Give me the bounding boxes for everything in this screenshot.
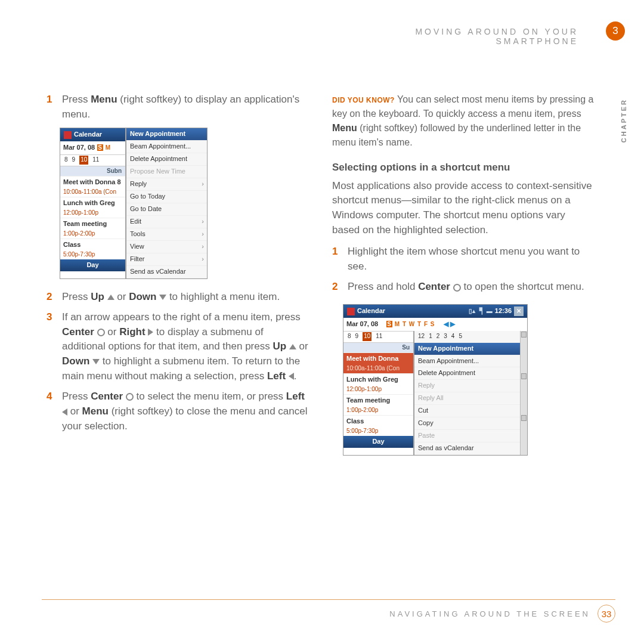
step-1: 1 Press Menu (right softkey) to display … (47, 92, 309, 122)
key-menu: Menu (82, 405, 109, 417)
step-number: 3 (47, 310, 57, 383)
key-left: Left (286, 391, 305, 402)
page-number: 33 (597, 605, 615, 623)
subject-header: Su (343, 343, 413, 353)
dow-row: S M T W T F S (386, 320, 435, 329)
event-row: Class5:00p-7:30p (60, 239, 125, 259)
step-r1: 1 Highlight the item whose shortcut menu… (332, 244, 595, 274)
event-row: Lunch with Greg12:00p-1:00p (343, 373, 413, 394)
clock: 12:36 (495, 306, 512, 316)
running-header: MOVING AROUND ON YOUR SMARTPHONE (340, 27, 578, 46)
menu-item[interactable]: Send as vCalendar (414, 442, 520, 455)
section-heading: Selecting options in a shortcut menu (332, 160, 595, 175)
key-center: Center (62, 326, 94, 338)
menu-item[interactable]: View (126, 241, 207, 253)
menu-item-disabled: Reply (414, 380, 520, 392)
step-body: Press and hold Center to open the shortc… (348, 280, 595, 295)
step-body: Press Menu (right softkey) to display an… (62, 92, 309, 122)
app-title: Calendar (357, 306, 385, 316)
event-row: Team meeting1:00p-2:00p (60, 218, 125, 239)
step-4: 4 Press Center to select the menu item, … (47, 389, 309, 434)
step-number: 4 (47, 389, 57, 434)
key-menu: Menu (332, 123, 357, 133)
center-icon (453, 284, 461, 292)
step-2: 2 Press Up or Down to highlight a menu i… (47, 290, 309, 305)
left-icon (289, 373, 294, 380)
event-row-selected[interactable]: Meet with Donna10:00a-11:00a (Con (343, 352, 413, 373)
key-center: Center (91, 391, 123, 402)
menu-item[interactable]: Cut (414, 405, 520, 417)
menu-item[interactable]: Beam Appointment... (126, 141, 207, 153)
signal-icon: ▯▴ ▝▏▬ (469, 307, 493, 316)
up-icon (107, 295, 114, 300)
step-number: 1 (332, 244, 343, 274)
event-row: Meet with Donna 810:00a-11:00a (Con (60, 176, 125, 197)
menu-item[interactable]: Delete Appointment (126, 153, 207, 166)
step-number: 1 (47, 92, 57, 122)
footer-section: NAVIGATING AROUND THE SCREEN (389, 609, 590, 618)
close-icon[interactable]: ✕ (514, 306, 524, 316)
softkey-day: Day (343, 436, 413, 448)
menu-item[interactable]: Copy (414, 417, 520, 430)
dow-row: S M (97, 144, 111, 153)
key-up: Up (91, 291, 104, 302)
scrollbar[interactable] (520, 331, 527, 455)
key-right: Right (119, 326, 145, 338)
step-number: 2 (47, 290, 57, 305)
event-row: Team meeting1:00p-2:00p (343, 394, 413, 415)
menu-item[interactable]: Reply (126, 178, 207, 191)
start-icon (347, 308, 355, 315)
step-body: If an arrow appears to the right of a me… (62, 310, 309, 383)
date: Mar 07, 08 (63, 143, 95, 153)
key-left: Left (267, 370, 286, 382)
event-row: Lunch with Greg12:00p-1:00p (60, 197, 125, 218)
softkey-day: Day (60, 259, 125, 271)
chapter-badge: 3 (606, 21, 625, 41)
down-icon (159, 295, 166, 300)
menu-item[interactable]: Go to Today (126, 191, 207, 203)
menu-item[interactable]: Delete Appointment (414, 367, 520, 380)
menu-item[interactable]: New Appointment (414, 343, 520, 355)
key-center: Center (418, 281, 450, 292)
tip-box: DID YOU KNOW? You can select most menu i… (332, 92, 595, 150)
menu-item[interactable]: Send as vCalendar (126, 266, 207, 278)
t: Press (62, 94, 91, 105)
menu-item[interactable]: New Appointment (126, 128, 207, 141)
down-icon (92, 359, 100, 364)
menu-item-disabled: Reply All (414, 392, 520, 405)
center-icon (126, 393, 134, 401)
step-body: Press Up or Down to highlight a menu ite… (62, 290, 309, 305)
menu-item-disabled: Paste (414, 430, 520, 442)
app-menu: New Appointment Beam Appointment... Dele… (126, 128, 207, 278)
step-3: 3 If an arrow appears to the right of a … (47, 310, 309, 383)
screenshot-shortcut-menu: Calendar ▯▴ ▝▏▬ 12:36✕ Mar 07, 08 S M T … (343, 304, 528, 456)
chapter-label: CHAPTER (620, 98, 627, 143)
screenshot-calendar-menu: Calendar Mar 07, 08 S M 891011 Subn Meet… (60, 128, 208, 278)
step-body: Press Center to select the menu item, or… (62, 389, 309, 434)
key-down: Down (129, 291, 156, 302)
right-column: DID YOU KNOW? You can select most menu i… (332, 92, 595, 466)
key-menu: Menu (91, 94, 117, 105)
menu-item-disabled: Propose New Time (126, 166, 207, 178)
key-down: Down (62, 355, 89, 367)
body-paragraph: Most applications also provide access to… (332, 179, 595, 238)
left-column: 1 Press Menu (right softkey) to display … (47, 92, 309, 466)
center-icon (97, 329, 105, 336)
menu-item[interactable]: Go to Date (126, 203, 207, 216)
right-icon (148, 329, 153, 336)
subject-header: Subn (60, 166, 125, 177)
shortcut-menu: 1212345 New Appointment Beam Appointment… (414, 331, 520, 455)
date: Mar 07, 08 (346, 320, 378, 329)
start-icon (64, 131, 72, 139)
step-r2: 2 Press and hold Center to open the shor… (332, 280, 595, 295)
menu-item[interactable]: Edit (126, 216, 207, 228)
content-columns: 1 Press Menu (right softkey) to display … (47, 92, 595, 466)
menu-item[interactable]: Beam Appointment... (414, 355, 520, 368)
event-row: Class5:00p-7:30p (343, 415, 413, 436)
menu-item[interactable]: Filter (126, 253, 207, 266)
menu-item[interactable]: Tools (126, 228, 207, 241)
app-title: Calendar (74, 130, 102, 140)
left-icon (62, 408, 67, 416)
footer: NAVIGATING AROUND THE SCREEN 33 (42, 599, 615, 623)
step-number: 2 (332, 280, 343, 295)
